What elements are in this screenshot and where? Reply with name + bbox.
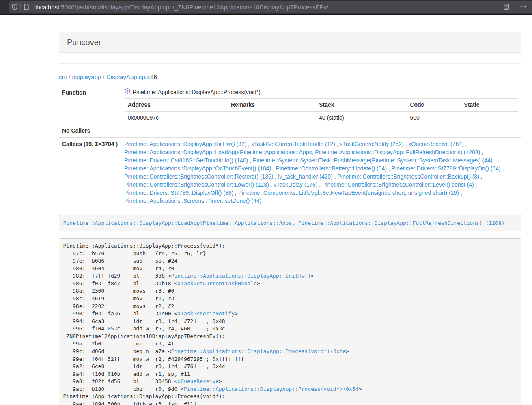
breadcrumb-separator: /: [67, 73, 72, 80]
callee-link[interactable]: Pinetime::Controllers::BrightnessControl…: [124, 173, 273, 180]
callee-link[interactable]: Pinetime::Applications::DisplayApp::OnTo…: [124, 165, 271, 172]
code-symbol-link[interactable]: Pinetime::Applications::DisplayApp::Proc…: [171, 348, 346, 354]
page-info-icon[interactable]: [21, 1, 32, 13]
brand-banner[interactable]: Puncover: [59, 32, 521, 53]
callee-link[interactable]: Pinetime::Drivers::Cst816S::GetTouchInfo…: [124, 157, 248, 164]
code-symbol-link[interactable]: xQueueReceive: [177, 378, 219, 384]
callee-link[interactable]: xTaskGetCurrentTaskHandle (12): [251, 141, 335, 147]
detail-value-row: 0x0000097c 40 (static) 500: [125, 111, 518, 124]
callees-cell: Pinetime::Applications::DisplayApp::Init…: [121, 138, 521, 208]
callee-link[interactable]: vTaskDelay (176): [274, 181, 317, 188]
reader-mode-icon[interactable]: [500, 1, 513, 13]
highlighted-symbol-box: Pinetime::Applications::DisplayApp::Load…: [59, 215, 521, 231]
column-header-address: Address: [125, 99, 228, 112]
breadcrumb: src / displayapp / DisplayApp.cpp:86: [59, 74, 521, 80]
code-value: 500: [407, 111, 461, 124]
stack-value: 40 (static): [316, 111, 407, 124]
column-header-stack: Stack: [316, 99, 407, 112]
callees-line: Pinetime::Controllers::BrightnessControl…: [124, 181, 518, 189]
breadcrumb-displayapp-link[interactable]: displayapp: [72, 73, 101, 80]
function-row: Function Pinetime::Applications::Display…: [59, 86, 521, 124]
breadcrumb-src-link[interactable]: src: [59, 73, 67, 80]
brand-title: Puncover: [67, 38, 101, 47]
address-value: 0x0000097c: [125, 111, 228, 124]
callees-line: Pinetime::Applications::DisplayApp::OnTo…: [124, 164, 518, 172]
function-detail-table: Address Remarks Stack Code Static 0x0000…: [125, 98, 518, 124]
callee-link[interactable]: Pinetime::Applications::Screens::Timer::…: [124, 198, 261, 204]
callees-line: Pinetime::Applications::DisplayApp::Init…: [124, 140, 518, 148]
divider: [59, 63, 521, 64]
disassembly-code: Pinetime::Applications::DisplayApp::Proc…: [63, 243, 362, 405]
code-symbol-link[interactable]: xTaskGenericNotify: [177, 310, 235, 317]
callee-link[interactable]: Pinetime::Controllers::BrightnessControl…: [337, 173, 479, 180]
static-value: [461, 111, 518, 124]
url-text[interactable]: localhost:5000/path/src/displayapp/Displ…: [35, 4, 328, 11]
callee-link[interactable]: Pinetime::Controllers::Battery::Update()…: [276, 165, 387, 172]
url-path: :5000/path/src/displayapp/DisplayApp.cpp…: [59, 4, 328, 11]
function-label: Function: [59, 86, 121, 124]
callees-row: Callees (19, Σ=3704 ) Pinetime::Applicat…: [59, 138, 521, 208]
callees-line: Pinetime::Drivers::St7789::DisplayOff() …: [124, 189, 518, 197]
breadcrumb-line-number: :86: [149, 73, 157, 80]
callee-link[interactable]: Pinetime::System::SystemTask::PushMessag…: [253, 157, 493, 164]
no-callers-cell: [121, 124, 521, 138]
function-table: Function Pinetime::Applications::Display…: [59, 86, 521, 207]
callee-link[interactable]: Pinetime::Controllers::BrightnessControl…: [322, 181, 474, 188]
no-callers-label: No Callers: [59, 124, 121, 138]
callees-line: Pinetime::Applications::Screens::Timer::…: [124, 197, 518, 205]
callees-line: Pinetime::Controllers::BrightnessControl…: [124, 172, 518, 181]
no-callers-row: No Callers: [59, 124, 521, 138]
remarks-value: [228, 111, 316, 124]
callee-link[interactable]: Pinetime::Applications::DisplayApp::Init…: [124, 141, 246, 147]
symbol-cube-icon: [125, 88, 130, 96]
callee-link[interactable]: Pinetime::Components::LittleVgl::SetNewT…: [238, 190, 459, 196]
code-symbol-link[interactable]: Pinetime::Applications::DisplayApp::Init…: [171, 273, 311, 279]
detail-header-row: Address Remarks Stack Code Static: [125, 99, 518, 112]
overflow-menu-icon[interactable]: [517, 1, 530, 13]
breadcrumb-file-link[interactable]: DisplayApp.cpp: [106, 73, 149, 80]
column-header-static: Static: [461, 99, 518, 112]
callee-link[interactable]: xQueueReceive (764): [409, 141, 464, 147]
callee-link[interactable]: xTaskGenericNotify (252): [340, 141, 404, 147]
toolbar-separator: [515, 3, 515, 11]
function-name: Pinetime::Applications::DisplayApp::Proc…: [133, 88, 261, 96]
browser-toolbar: localhost:5000/path/src/displayapp/Displ…: [0, 0, 532, 15]
shield-icon[interactable]: [9, 1, 20, 13]
url-bar[interactable]: localhost:5000/path/src/displayapp/Displ…: [9, 1, 532, 13]
callees-line: Pinetime::Applications::DisplayApp::Load…: [124, 148, 518, 156]
disassembly-block: Pinetime::Applications::DisplayApp::Proc…: [59, 238, 521, 405]
loadapp-symbol-link[interactable]: Pinetime::Applications::DisplayApp::Load…: [63, 220, 505, 226]
callee-link[interactable]: Pinetime::Applications::DisplayApp::Load…: [124, 149, 480, 155]
callee-link[interactable]: Pinetime::Controllers::BrightnessControl…: [124, 181, 269, 188]
breadcrumb-separator: /: [101, 73, 106, 80]
column-header-code: Code: [407, 99, 461, 112]
code-symbol-link[interactable]: Pinetime::Applications::DisplayApp::Proc…: [184, 386, 358, 392]
callee-link[interactable]: Pinetime::Drivers::St7789::DisplayOff() …: [124, 190, 233, 196]
callees-line: Pinetime::Drivers::Cst816S::GetTouchInfo…: [124, 156, 518, 164]
callees-label: Callees (19, Σ=3704 ): [59, 138, 121, 208]
callee-link[interactable]: lv_task_handler (420): [278, 173, 333, 180]
column-header-remarks: Remarks: [228, 99, 316, 112]
code-symbol-link[interactable]: xTaskGetCurrentTaskHandle: [177, 280, 257, 287]
page-container: Puncover src / displayapp / DisplayApp.c…: [53, 32, 528, 405]
callee-link[interactable]: Pinetime::Drivers::St7789::DisplayOn() (…: [392, 165, 501, 172]
url-host: localhost: [35, 4, 59, 11]
